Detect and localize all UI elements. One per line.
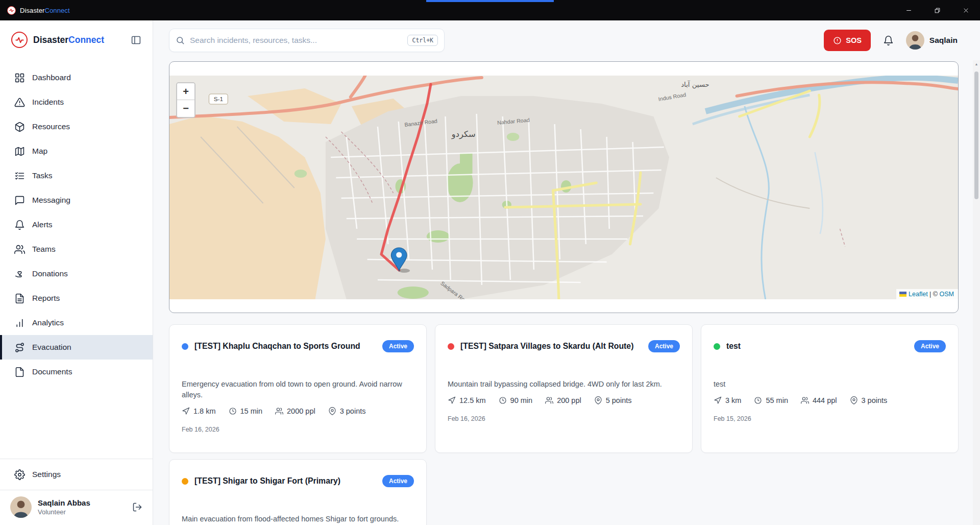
sidebar-item-resources[interactable]: Resources bbox=[0, 114, 153, 139]
users-icon bbox=[275, 407, 283, 415]
sidebar-item-dashboard[interactable]: Dashboard bbox=[0, 65, 153, 90]
sidebar-item-documents[interactable]: Documents bbox=[0, 360, 153, 384]
sidebar-settings-section: Settings bbox=[0, 459, 153, 490]
route-title: [TEST] Shigar to Shigar Fort (Primary) bbox=[194, 476, 376, 486]
global-search: Ctrl+K bbox=[169, 29, 445, 52]
sidebar-item-label: Messaging bbox=[32, 196, 70, 205]
bell-icon bbox=[14, 220, 25, 230]
scrollbar-thumb[interactable] bbox=[974, 71, 978, 199]
map-pin-icon bbox=[594, 396, 602, 404]
map-pin-icon bbox=[328, 407, 336, 415]
route-card[interactable]: [TEST] Shigar to Shigar Fort (Primary) A… bbox=[169, 459, 427, 525]
logout-button[interactable] bbox=[132, 502, 142, 512]
map-attribution: Leaflet | © OSM bbox=[896, 289, 958, 299]
topbar: Ctrl+K SOS Saqlain bbox=[153, 20, 980, 60]
sidebar-item-teams[interactable]: Teams bbox=[0, 237, 153, 261]
sidebar-item-label: Resources bbox=[32, 122, 70, 131]
user-menu[interactable]: Saqlain bbox=[906, 31, 958, 50]
scrollbar-up-arrow[interactable]: ▲ bbox=[973, 60, 980, 66]
sidebar-item-label: Alerts bbox=[32, 220, 53, 229]
sos-button[interactable]: SOS bbox=[824, 30, 871, 51]
zoom-out-button[interactable]: − bbox=[177, 100, 194, 117]
sidebar-item-label: Teams bbox=[32, 245, 56, 254]
user-role: Volunteer bbox=[38, 508, 90, 516]
user-avatar bbox=[906, 31, 924, 50]
app-logo-icon bbox=[7, 6, 16, 15]
duration-stat: 15 min bbox=[229, 407, 263, 415]
sidebar-item-messaging[interactable]: Messaging bbox=[0, 188, 153, 212]
search-shortcut-badge: Ctrl+K bbox=[407, 35, 438, 46]
route-card[interactable]: [TEST] Khaplu Chaqchan to Sports Ground … bbox=[169, 324, 427, 453]
sidebar-item-tasks[interactable]: Tasks bbox=[0, 163, 153, 188]
hand-heart-icon bbox=[14, 269, 25, 279]
evacuation-map-card: S-1 سکردو حسین آباد Banazir Road Nahdar … bbox=[169, 61, 959, 313]
navigation-icon bbox=[448, 396, 456, 404]
sidebar-collapse-button[interactable] bbox=[131, 35, 141, 45]
sidebar-item-reports[interactable]: Reports bbox=[0, 286, 153, 311]
osm-link[interactable]: OSM bbox=[940, 291, 954, 298]
vertical-scrollbar[interactable]: ▲ bbox=[973, 60, 980, 525]
navigation-icon bbox=[714, 396, 722, 404]
map-area-label: حسین آباد bbox=[681, 80, 709, 89]
sidebar-item-analytics[interactable]: Analytics bbox=[0, 311, 153, 335]
route-icon bbox=[14, 342, 25, 353]
restore-button[interactable] bbox=[923, 0, 951, 20]
users-icon bbox=[545, 396, 553, 404]
points-stat: 3 points bbox=[328, 407, 366, 415]
document-icon bbox=[14, 367, 25, 377]
people-stat: 2000 ppl bbox=[275, 407, 315, 415]
close-button[interactable] bbox=[951, 0, 980, 20]
route-color-dot bbox=[714, 343, 720, 350]
sidebar-item-settings[interactable]: Settings bbox=[0, 462, 153, 487]
window-titlebar: DisasterConnect bbox=[0, 0, 980, 20]
clock-icon bbox=[499, 396, 507, 404]
sidebar-item-label: Incidents bbox=[32, 98, 64, 107]
dashboard-icon bbox=[14, 73, 25, 83]
sidebar-item-incidents[interactable]: Incidents bbox=[0, 90, 153, 114]
main-area: Ctrl+K SOS Saqlain bbox=[153, 20, 980, 525]
chat-bubble-icon bbox=[14, 195, 25, 206]
route-color-dot bbox=[448, 343, 454, 350]
sidebar-item-alerts[interactable]: Alerts bbox=[0, 212, 153, 237]
route-card[interactable]: [TEST] Satpara Villages to Skardu (Alt R… bbox=[435, 324, 693, 453]
distance-stat: 3 km bbox=[714, 396, 741, 404]
window-title: DisasterConnect bbox=[20, 7, 70, 14]
sidebar-item-label: Documents bbox=[32, 367, 72, 376]
sidebar-item-donations[interactable]: Donations bbox=[0, 261, 153, 286]
users-icon bbox=[801, 396, 809, 404]
duration-stat: 90 min bbox=[499, 396, 533, 404]
route-card[interactable]: test Active test 3 km 55 min 444 ppl 3 p… bbox=[701, 324, 959, 453]
zoom-in-button[interactable]: + bbox=[177, 83, 194, 100]
minimize-button[interactable] bbox=[894, 0, 923, 20]
search-input[interactable] bbox=[185, 36, 407, 45]
alert-triangle-icon bbox=[14, 97, 25, 108]
sidebar-item-label: Evacuation bbox=[32, 343, 71, 352]
map-tiles: S-1 سکردو حسین آباد Banazir Road Nahdar … bbox=[169, 76, 958, 299]
leaflet-flag-icon bbox=[899, 292, 906, 297]
navigation-icon bbox=[182, 407, 190, 415]
sidebar: DisasterConnect Dashboard Incidents Reso… bbox=[0, 20, 153, 525]
route-date: Feb 16, 2026 bbox=[182, 426, 414, 433]
sidebar-item-label: Settings bbox=[32, 470, 61, 479]
leaflet-map[interactable]: S-1 سکردو حسین آباد Banazir Road Nahdar … bbox=[169, 76, 958, 299]
leaflet-link[interactable]: Leaflet bbox=[909, 291, 928, 298]
route-description: Mountain trail bypassing collapsed bridg… bbox=[448, 379, 672, 390]
notifications-button[interactable] bbox=[883, 35, 894, 46]
clock-icon bbox=[754, 396, 762, 404]
duration-stat: 55 min bbox=[754, 396, 788, 404]
sidebar-item-evacuation[interactable]: Evacuation bbox=[0, 335, 153, 360]
route-title: test bbox=[726, 342, 908, 351]
people-stat: 444 ppl bbox=[801, 396, 837, 404]
svg-text:S-1: S-1 bbox=[214, 96, 223, 102]
route-color-dot bbox=[182, 478, 188, 485]
route-date: Feb 15, 2026 bbox=[714, 415, 946, 422]
route-description: Emergency evacuation from old town to op… bbox=[182, 379, 406, 400]
route-date: Feb 16, 2026 bbox=[448, 415, 680, 422]
status-badge: Active bbox=[382, 475, 414, 487]
package-icon bbox=[14, 122, 25, 132]
sidebar-item-map[interactable]: Map bbox=[0, 139, 153, 163]
route-description: Main evacuation from flood-affected home… bbox=[182, 514, 406, 524]
status-badge: Active bbox=[914, 340, 946, 352]
evacuation-routes-grid: [TEST] Khaplu Chaqchan to Sports Ground … bbox=[169, 324, 959, 525]
user-avatar bbox=[10, 496, 32, 518]
